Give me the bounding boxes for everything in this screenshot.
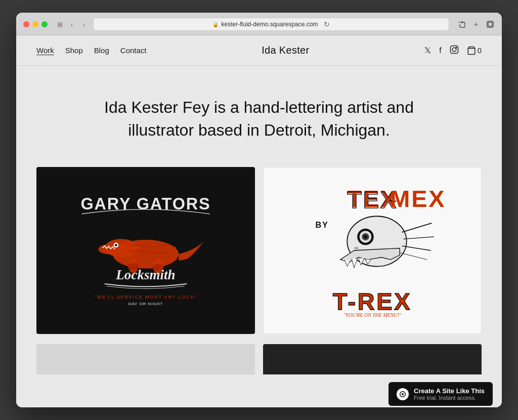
share-button[interactable]: [457, 20, 466, 29]
lock-icon: 🔒: [212, 22, 219, 27]
svg-point-34: [354, 246, 359, 249]
browser-actions: +: [457, 20, 495, 29]
windows-button[interactable]: [486, 20, 495, 29]
hero-text: Ida Kester Fey is a hand-lettering artis…: [92, 96, 426, 142]
svg-text:Locksmith: Locksmith: [115, 267, 175, 282]
site-title: Ida Kester: [262, 45, 309, 56]
gallery-item-bottom-left[interactable]: [36, 344, 255, 374]
svg-line-30: [402, 223, 432, 232]
svg-text:MEX: MEX: [390, 185, 446, 212]
maximize-button[interactable]: [41, 21, 48, 27]
svg-text:DAY OR NIGHT: DAY OR NIGHT: [128, 302, 163, 306]
badge-main-text: Create A Site Like This: [414, 387, 485, 395]
website-content: Work Shop Blog Contact Ida Kester 𝕏 f: [16, 35, 502, 407]
traffic-lights: [23, 21, 48, 27]
close-button[interactable]: [23, 21, 29, 27]
facebook-icon[interactable]: f: [439, 46, 441, 55]
svg-rect-3: [450, 46, 458, 53]
browser-window: ⊞ ‹ › 🔒 kester-fluid-demo.squarespace.co…: [16, 13, 502, 407]
gallery-item-gary-gators[interactable]: GARY GATORS: [36, 167, 255, 334]
svg-point-29: [364, 235, 367, 238]
url-text: kester-fluid-demo.squarespace.com: [222, 21, 318, 28]
cart-count: 0: [478, 46, 482, 55]
squarespace-logo: [397, 388, 409, 400]
browser-chrome: ⊞ ‹ › 🔒 kester-fluid-demo.squarespace.co…: [16, 13, 502, 35]
badge-text: Create A Site Like This Free trial. Inst…: [414, 387, 485, 401]
svg-point-38: [402, 393, 404, 395]
svg-point-5: [456, 47, 457, 48]
forward-button[interactable]: ›: [80, 20, 88, 28]
svg-rect-2: [488, 22, 492, 26]
instagram-icon[interactable]: [450, 45, 459, 56]
gallery-item-bottom-right[interactable]: [263, 344, 482, 374]
svg-line-31: [403, 236, 434, 239]
gallery-grid: GARY GATORS: [16, 167, 502, 344]
reload-button[interactable]: ↻: [324, 20, 330, 28]
badge-sub-text: Free trial. Instant access.: [414, 395, 485, 401]
new-tab-button[interactable]: +: [471, 20, 481, 29]
twitter-icon[interactable]: 𝕏: [424, 46, 431, 55]
squarespace-badge[interactable]: Create A Site Like This Free trial. Inst…: [388, 382, 493, 406]
gallery-item-tex-mex[interactable]: TEX TEX ~ MEX BY: [263, 167, 482, 334]
cart-icon[interactable]: 0: [467, 46, 482, 55]
svg-text:BY: BY: [316, 220, 329, 229]
svg-line-33: [400, 253, 427, 260]
gallery-bottom-row: [16, 344, 502, 374]
nav-right: 𝕏 f 0: [424, 45, 482, 56]
address-bar[interactable]: 🔒 kester-fluid-demo.squarespace.com ↻: [93, 18, 449, 31]
svg-text:GARY GATORS: GARY GATORS: [80, 194, 210, 213]
svg-text:"WE'LL SERVICE MOST ANY LOCK": "WE'LL SERVICE MOST ANY LOCK": [95, 294, 197, 299]
site-navigation: Work Shop Blog Contact Ida Kester 𝕏 f: [16, 35, 502, 66]
nav-work-link[interactable]: Work: [36, 46, 54, 55]
nav-links: Work Shop Blog Contact: [36, 46, 147, 55]
svg-text:"YOU'RE ON THE MENU!": "YOU'RE ON THE MENU!": [343, 312, 402, 318]
svg-line-32: [402, 246, 431, 250]
svg-point-16: [115, 243, 117, 246]
sidebar-toggle-button[interactable]: ⊞: [56, 20, 64, 28]
back-button[interactable]: ‹: [68, 20, 76, 28]
nav-contact-link[interactable]: Contact: [120, 46, 147, 55]
hero-section: Ida Kester Fey is a hand-lettering artis…: [16, 66, 502, 167]
browser-controls: ⊞ ‹ ›: [56, 20, 88, 28]
nav-shop-link[interactable]: Shop: [65, 46, 83, 55]
minimize-button[interactable]: [32, 21, 38, 27]
svg-point-4: [452, 48, 456, 52]
svg-text:T-REX: T-REX: [333, 288, 412, 315]
nav-blog-link[interactable]: Blog: [94, 46, 109, 55]
